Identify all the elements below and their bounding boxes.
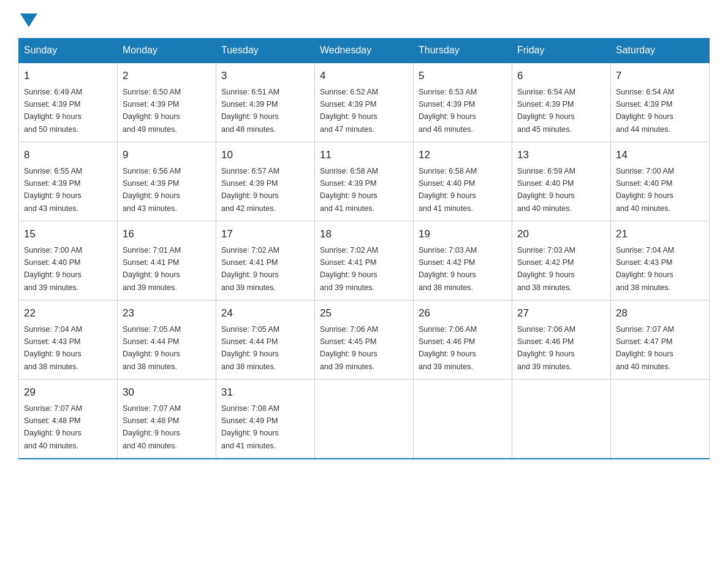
day-info: Sunrise: 7:06 AMSunset: 4:45 PMDaylight:…	[320, 325, 378, 371]
day-cell-18: 18 Sunrise: 7:02 AMSunset: 4:41 PMDaylig…	[315, 221, 414, 301]
day-number: 11	[320, 147, 408, 163]
day-number: 27	[517, 305, 605, 321]
day-cell-20: 20 Sunrise: 7:03 AMSunset: 4:42 PMDaylig…	[512, 221, 611, 301]
day-cell-8: 8 Sunrise: 6:55 AMSunset: 4:39 PMDayligh…	[19, 142, 118, 221]
day-cell-26: 26 Sunrise: 7:06 AMSunset: 4:46 PMDaylig…	[414, 301, 512, 380]
day-number: 13	[517, 147, 605, 163]
day-info: Sunrise: 6:58 AMSunset: 4:39 PMDaylight:…	[320, 167, 378, 213]
day-cell-11: 11 Sunrise: 6:58 AMSunset: 4:39 PMDaylig…	[315, 142, 414, 221]
day-info: Sunrise: 7:04 AMSunset: 4:43 PMDaylight:…	[24, 325, 82, 371]
empty-cell	[315, 380, 414, 459]
day-number: 4	[320, 68, 408, 84]
day-number: 8	[24, 147, 112, 163]
day-info: Sunrise: 7:05 AMSunset: 4:44 PMDaylight:…	[221, 325, 279, 371]
weekday-header-friday: Friday	[512, 39, 611, 63]
day-cell-27: 27 Sunrise: 7:06 AMSunset: 4:46 PMDaylig…	[512, 301, 611, 380]
empty-cell	[414, 380, 512, 459]
day-number: 9	[123, 147, 211, 163]
day-info: Sunrise: 6:58 AMSunset: 4:40 PMDaylight:…	[419, 167, 477, 213]
day-cell-17: 17 Sunrise: 7:02 AMSunset: 4:41 PMDaylig…	[216, 221, 315, 301]
day-number: 12	[419, 147, 507, 163]
day-number: 3	[221, 68, 309, 84]
day-info: Sunrise: 6:52 AMSunset: 4:39 PMDaylight:…	[320, 88, 378, 134]
day-info: Sunrise: 6:55 AMSunset: 4:39 PMDaylight:…	[24, 167, 82, 213]
day-info: Sunrise: 6:49 AMSunset: 4:39 PMDaylight:…	[24, 88, 82, 134]
day-cell-10: 10 Sunrise: 6:57 AMSunset: 4:39 PMDaylig…	[216, 142, 315, 221]
day-number: 1	[24, 68, 112, 84]
day-info: Sunrise: 6:50 AMSunset: 4:39 PMDaylight:…	[123, 88, 181, 134]
weekday-header-wednesday: Wednesday	[315, 39, 414, 63]
day-info: Sunrise: 7:08 AMSunset: 4:49 PMDaylight:…	[221, 404, 279, 450]
week-row-3: 15 Sunrise: 7:00 AMSunset: 4:40 PMDaylig…	[19, 221, 710, 301]
day-cell-21: 21 Sunrise: 7:04 AMSunset: 4:43 PMDaylig…	[611, 221, 710, 301]
day-info: Sunrise: 7:00 AMSunset: 4:40 PMDaylight:…	[24, 246, 82, 292]
day-info: Sunrise: 7:02 AMSunset: 4:41 PMDaylight:…	[221, 246, 279, 292]
day-number: 24	[221, 305, 309, 321]
day-number: 21	[616, 226, 704, 242]
weekday-header-tuesday: Tuesday	[216, 39, 315, 63]
week-row-2: 8 Sunrise: 6:55 AMSunset: 4:39 PMDayligh…	[19, 142, 710, 221]
day-number: 26	[419, 305, 507, 321]
page-header	[18, 12, 710, 27]
day-number: 19	[419, 226, 507, 242]
week-row-4: 22 Sunrise: 7:04 AMSunset: 4:43 PMDaylig…	[19, 301, 710, 380]
logo	[18, 12, 37, 27]
day-info: Sunrise: 7:07 AMSunset: 4:47 PMDaylight:…	[616, 325, 674, 371]
weekday-header-sunday: Sunday	[19, 39, 118, 63]
weekday-header-thursday: Thursday	[414, 39, 512, 63]
day-number: 22	[24, 305, 112, 321]
day-info: Sunrise: 7:01 AMSunset: 4:41 PMDaylight:…	[123, 246, 181, 292]
day-number: 28	[616, 305, 704, 321]
day-cell-31: 31 Sunrise: 7:08 AMSunset: 4:49 PMDaylig…	[216, 380, 315, 459]
weekday-header-saturday: Saturday	[611, 39, 710, 63]
day-cell-9: 9 Sunrise: 6:56 AMSunset: 4:39 PMDayligh…	[118, 142, 216, 221]
day-cell-23: 23 Sunrise: 7:05 AMSunset: 4:44 PMDaylig…	[118, 301, 216, 380]
day-number: 17	[221, 226, 309, 242]
day-info: Sunrise: 6:59 AMSunset: 4:40 PMDaylight:…	[517, 167, 575, 213]
day-info: Sunrise: 6:53 AMSunset: 4:39 PMDaylight:…	[419, 88, 477, 134]
day-cell-2: 2 Sunrise: 6:50 AMSunset: 4:39 PMDayligh…	[118, 63, 216, 142]
day-cell-3: 3 Sunrise: 6:51 AMSunset: 4:39 PMDayligh…	[216, 63, 315, 142]
day-cell-15: 15 Sunrise: 7:00 AMSunset: 4:40 PMDaylig…	[19, 221, 118, 301]
calendar-table: SundayMondayTuesdayWednesdayThursdayFrid…	[18, 38, 710, 459]
day-info: Sunrise: 7:07 AMSunset: 4:48 PMDaylight:…	[24, 404, 82, 450]
day-number: 6	[517, 68, 605, 84]
day-cell-12: 12 Sunrise: 6:58 AMSunset: 4:40 PMDaylig…	[414, 142, 512, 221]
day-info: Sunrise: 6:54 AMSunset: 4:39 PMDaylight:…	[616, 88, 674, 134]
day-info: Sunrise: 7:06 AMSunset: 4:46 PMDaylight:…	[419, 325, 477, 371]
logo-triangle-icon	[20, 13, 37, 27]
day-info: Sunrise: 7:06 AMSunset: 4:46 PMDaylight:…	[517, 325, 575, 371]
empty-cell	[611, 380, 710, 459]
day-cell-6: 6 Sunrise: 6:54 AMSunset: 4:39 PMDayligh…	[512, 63, 611, 142]
day-cell-30: 30 Sunrise: 7:07 AMSunset: 4:48 PMDaylig…	[118, 380, 216, 459]
day-info: Sunrise: 7:03 AMSunset: 4:42 PMDaylight:…	[517, 246, 575, 292]
week-row-1: 1 Sunrise: 6:49 AMSunset: 4:39 PMDayligh…	[19, 63, 710, 142]
day-cell-4: 4 Sunrise: 6:52 AMSunset: 4:39 PMDayligh…	[315, 63, 414, 142]
day-cell-28: 28 Sunrise: 7:07 AMSunset: 4:47 PMDaylig…	[611, 301, 710, 380]
day-number: 23	[123, 305, 211, 321]
day-info: Sunrise: 6:57 AMSunset: 4:39 PMDaylight:…	[221, 167, 279, 213]
day-cell-22: 22 Sunrise: 7:04 AMSunset: 4:43 PMDaylig…	[19, 301, 118, 380]
day-number: 30	[123, 385, 211, 400]
day-cell-16: 16 Sunrise: 7:01 AMSunset: 4:41 PMDaylig…	[118, 221, 216, 301]
day-info: Sunrise: 7:05 AMSunset: 4:44 PMDaylight:…	[123, 325, 181, 371]
day-cell-5: 5 Sunrise: 6:53 AMSunset: 4:39 PMDayligh…	[414, 63, 512, 142]
day-cell-24: 24 Sunrise: 7:05 AMSunset: 4:44 PMDaylig…	[216, 301, 315, 380]
day-info: Sunrise: 6:56 AMSunset: 4:39 PMDaylight:…	[123, 167, 181, 213]
day-number: 2	[123, 68, 211, 84]
day-number: 14	[616, 147, 704, 163]
day-info: Sunrise: 6:51 AMSunset: 4:39 PMDaylight:…	[221, 88, 279, 134]
empty-cell	[512, 380, 611, 459]
day-info: Sunrise: 7:00 AMSunset: 4:40 PMDaylight:…	[616, 167, 674, 213]
day-info: Sunrise: 7:07 AMSunset: 4:48 PMDaylight:…	[123, 404, 181, 450]
day-number: 5	[419, 68, 507, 84]
day-number: 31	[221, 385, 309, 400]
day-info: Sunrise: 7:03 AMSunset: 4:42 PMDaylight:…	[419, 246, 477, 292]
day-cell-25: 25 Sunrise: 7:06 AMSunset: 4:45 PMDaylig…	[315, 301, 414, 380]
day-info: Sunrise: 7:04 AMSunset: 4:43 PMDaylight:…	[616, 246, 674, 292]
weekday-header-row: SundayMondayTuesdayWednesdayThursdayFrid…	[19, 39, 710, 63]
day-cell-7: 7 Sunrise: 6:54 AMSunset: 4:39 PMDayligh…	[611, 63, 710, 142]
day-number: 10	[221, 147, 309, 163]
day-info: Sunrise: 6:54 AMSunset: 4:39 PMDaylight:…	[517, 88, 575, 134]
weekday-header-monday: Monday	[118, 39, 216, 63]
